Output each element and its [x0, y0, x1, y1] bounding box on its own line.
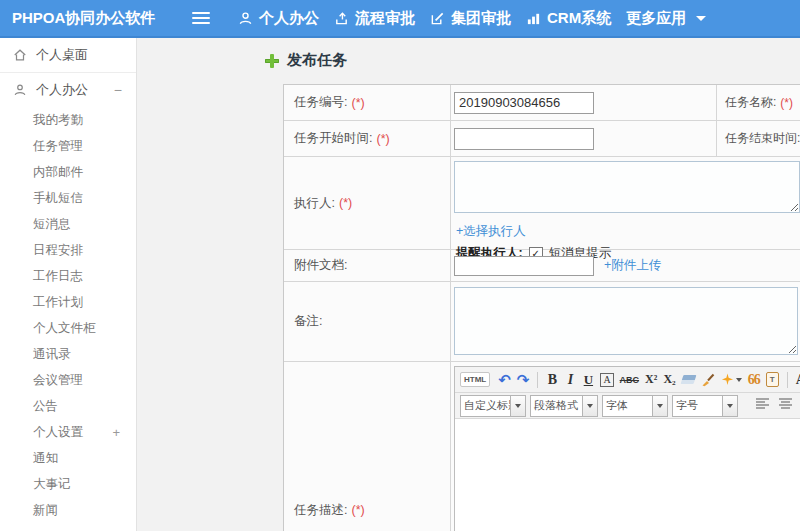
nav-group-approval[interactable]: 集团审批 — [429, 9, 512, 28]
attachment-upload-link[interactable]: +附件上传 — [604, 257, 661, 274]
sidebar-item-milestones[interactable]: 大事记 — [0, 471, 136, 497]
subscript-button[interactable]: X₂ — [660, 370, 678, 390]
editor-toolbar-1: HTML ↶ ↷ B I U A ABC X² X₂ 6 — [455, 367, 800, 393]
font-family-select[interactable]: 字体 — [602, 395, 668, 417]
editor-content-area[interactable] — [455, 419, 800, 531]
caret-down-icon — [510, 396, 525, 416]
person-icon — [13, 83, 27, 97]
italic-button[interactable]: I — [561, 370, 579, 390]
nav-crm[interactable]: CRM系统 — [525, 9, 612, 28]
sidebar-item-work-log[interactable]: 工作日志 — [0, 263, 136, 289]
nav-personal-office[interactable]: 个人办公 — [237, 9, 320, 28]
attachment-label: 附件文档: — [294, 257, 347, 274]
sidebar-item-short-message[interactable]: 短消息 — [0, 211, 136, 237]
undo-icon[interactable]: ↶ — [495, 370, 514, 390]
sidebar-item-attendance[interactable]: 我的考勤 — [0, 107, 136, 133]
task-number-label: 任务编号: — [294, 94, 347, 111]
page-title: 发布任务 — [265, 51, 347, 70]
sidebar-item-desktop[interactable]: 个人桌面 — [0, 38, 136, 73]
start-time-input[interactable] — [454, 128, 594, 150]
paragraph-format-select[interactable]: 段落格式 — [530, 395, 598, 417]
submit-arrow-icon — [334, 11, 349, 26]
home-icon — [13, 48, 27, 62]
collapse-icon[interactable]: − — [114, 83, 122, 97]
font-size-select[interactable]: 字号 — [672, 395, 738, 417]
form-row-task-number: 任务编号:(*) 任务名称:(*) — [284, 85, 800, 121]
sidebar-item-sms[interactable]: 手机短信 — [0, 185, 136, 211]
form-row-description: 任务描述:(*) HTML ↶ ↷ B I U A ABC X² X₂ — [284, 362, 800, 531]
sidebar-item-notice[interactable]: 通知 — [0, 445, 136, 471]
caret-down-icon — [582, 396, 597, 416]
align-left-icon[interactable] — [754, 397, 772, 415]
custom-heading-select[interactable]: 自定义标题 — [460, 395, 526, 417]
sidebar-item-personal-settings[interactable]: 个人设置 + — [0, 419, 136, 445]
remark-label: 备注: — [294, 313, 322, 330]
start-time-label: 任务开始时间: — [294, 130, 372, 147]
magic-wand-icon[interactable] — [718, 370, 745, 390]
sidebar-section-personal-office[interactable]: 个人办公 − — [0, 73, 136, 107]
top-bar: PHPOA协同办公软件 个人办公 流程审批 集团审批 CRM系统 更多应用 — [0, 0, 800, 38]
person-icon — [238, 11, 253, 26]
caret-down-icon — [722, 396, 737, 416]
top-nav: 个人办公 流程审批 集团审批 CRM系统 更多应用 — [237, 9, 707, 28]
blockquote-button[interactable]: 66 — [745, 370, 763, 390]
edit-icon — [430, 11, 445, 26]
form-row-start-time: 任务开始时间:(*) 任务结束时间:(*) — [284, 121, 800, 157]
sidebar-item-file-cabinet[interactable]: 个人文件柜 — [0, 315, 136, 341]
form-row-attachment: 附件文档: +附件上传 — [284, 250, 800, 282]
eraser-icon[interactable] — [679, 370, 698, 390]
html-source-button[interactable]: HTML — [460, 372, 490, 387]
attachment-input[interactable] — [454, 256, 594, 276]
strikethrough-button[interactable]: ABC — [617, 370, 643, 390]
caret-down-icon — [652, 396, 667, 416]
sidebar-item-news[interactable]: 新闻 — [0, 497, 136, 523]
end-time-label: 任务结束时间: — [725, 130, 800, 147]
bold-button[interactable]: B — [543, 370, 561, 390]
sidebar-item-meeting[interactable]: 会议管理 — [0, 367, 136, 393]
menu-toggle-button[interactable] — [192, 9, 210, 27]
paste-icon[interactable]: T — [763, 370, 782, 390]
executor-textarea[interactable] — [454, 161, 800, 213]
redo-icon[interactable]: ↷ — [514, 370, 533, 390]
form-row-executor: 执行人:(*) +选择执行人 提醒执行人: ✓ 短消息提示 — [284, 157, 800, 250]
publish-task-form: 任务编号:(*) 任务名称:(*) 任务开始时间:(*) 任务结束时间:(*) … — [283, 84, 800, 531]
task-number-input[interactable] — [454, 92, 594, 114]
sidebar-item-work-plan[interactable]: 工作计划 — [0, 289, 136, 315]
choose-executor-link[interactable]: +选择执行人 — [456, 223, 526, 240]
executor-label: 执行人: — [294, 195, 335, 212]
align-center-icon[interactable] — [777, 397, 795, 415]
add-plus-icon — [265, 54, 279, 68]
task-name-label: 任务名称: — [725, 94, 776, 111]
bar-chart-icon — [526, 11, 541, 26]
sidebar: 个人桌面 个人办公 − 我的考勤 任务管理 内部邮件 手机短信 短消息 日程安排… — [0, 38, 137, 531]
editor-toolbar-2: 自定义标题 段落格式 字体 字号 — [455, 393, 800, 419]
nav-workflow-approval[interactable]: 流程审批 — [333, 9, 416, 28]
sidebar-item-contacts[interactable]: 通讯录 — [0, 341, 136, 367]
form-row-remark: 备注: — [284, 282, 800, 362]
sidebar-item-task-management[interactable]: 任务管理 — [0, 133, 136, 159]
underline-button[interactable]: U — [579, 370, 597, 390]
description-label: 任务描述: — [294, 502, 347, 519]
nav-more-apps[interactable]: 更多应用 — [625, 9, 707, 28]
rich-text-editor: HTML ↶ ↷ B I U A ABC X² X₂ 6 — [454, 366, 800, 531]
sidebar-item-announcement[interactable]: 公告 — [0, 393, 136, 419]
main-content: 发布任务 任务编号:(*) 任务名称:(*) 任务开始时间:(*) 任务结束时间… — [137, 38, 800, 531]
sidebar-item-schedule[interactable]: 日程安排 — [0, 237, 136, 263]
expand-icon[interactable]: + — [112, 426, 120, 439]
superscript-button[interactable]: X² — [642, 370, 660, 390]
bordered-text-button[interactable]: A — [597, 370, 616, 390]
sidebar-item-internal-mail[interactable]: 内部邮件 — [0, 159, 136, 185]
format-brush-icon[interactable] — [698, 370, 718, 390]
app-logo: PHPOA协同办公软件 — [0, 9, 166, 28]
caret-down-icon — [696, 16, 706, 21]
font-color-button[interactable]: A — [793, 370, 800, 390]
remark-textarea[interactable] — [454, 287, 798, 355]
